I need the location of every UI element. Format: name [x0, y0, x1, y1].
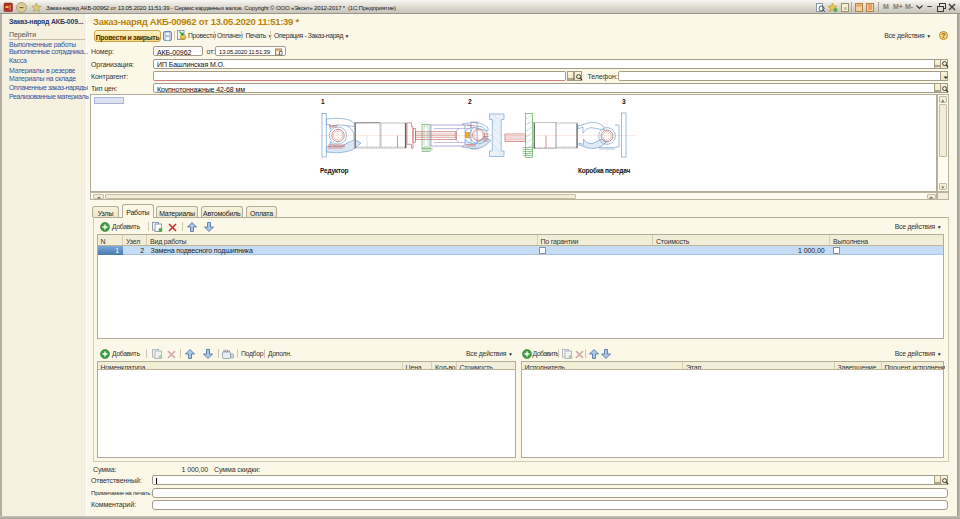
svg-text:?: ?	[942, 32, 946, 39]
